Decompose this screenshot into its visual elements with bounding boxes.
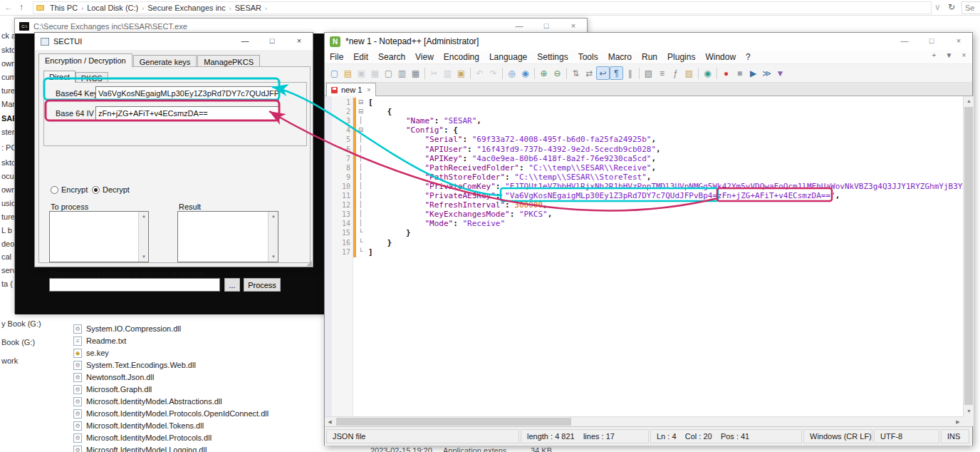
save-all-icon[interactable]: ▦ [368, 66, 382, 80]
console-titlebar[interactable]: C:\ C:\Secure Exchanges inc\SESAR\SECT.e… [15, 19, 587, 34]
textarea-scrollbar[interactable]: ▲ ▼ [138, 212, 148, 262]
npp-close-button[interactable]: × [945, 33, 972, 48]
sidebar-item[interactable]: work [1, 356, 18, 368]
save-file-icon[interactable]: ▣ [355, 66, 368, 80]
sidebar-item[interactable]: ta ( [1, 279, 13, 291]
scroll-down-icon[interactable]: ▼ [269, 252, 278, 262]
plus-icon[interactable]: + [929, 51, 939, 59]
file-row[interactable]: ⚙Microsoft.IdentityModel.Protocols.dll [68, 432, 324, 444]
file-row[interactable]: ⚙Microsoft.IdentityModel.Protocols.OpenI… [68, 408, 324, 420]
breadcrumb-item[interactable]: Local Disk (C:) [85, 4, 140, 12]
document-map-icon[interactable]: ▧ [642, 66, 655, 80]
menu-help[interactable]: ? [741, 51, 756, 63]
menu-settings[interactable]: Settings [532, 51, 573, 63]
fold-collapse-icon[interactable]: ⊟ [356, 98, 365, 106]
sidebar-item[interactable]: cal [1, 252, 11, 264]
file-row[interactable]: ≡Readme.txt [68, 335, 324, 347]
word-wrap-icon[interactable]: ↩ [596, 66, 610, 80]
sidebar-item[interactable]: L b [1, 226, 12, 237]
textarea-scrollbar[interactable]: ▲ ▼ [268, 212, 278, 262]
file-row[interactable]: ⚙System.Text.Encodings.Web.dll [68, 359, 324, 371]
file-row[interactable]: ⚙System.IO.Compression.dll [68, 323, 324, 335]
editor[interactable]: 1⊟[2⊟ {3│ "Name": "SESAR",4⊟ "Config": {… [325, 96, 963, 416]
result-textarea[interactable]: ▲ ▼ [177, 211, 278, 262]
console-maximize-button[interactable]: □ [533, 19, 560, 34]
path-input[interactable] [49, 278, 220, 292]
status-eol-format[interactable]: Windows (CR LF) [810, 432, 872, 441]
breadcrumb-item[interactable]: This PC [48, 4, 80, 12]
dialog-maximize-button[interactable]: □ [259, 33, 286, 50]
breadcrumb-item[interactable]: SESAR [233, 4, 264, 12]
macro-play-icon[interactable]: ▶ [746, 66, 760, 80]
fold-collapse-icon[interactable]: ⊟ [356, 108, 365, 115]
dropdown-icon[interactable]: ▼ [944, 51, 954, 59]
chevron-down-icon[interactable]: ∨ [934, 2, 941, 12]
zoom-out-icon[interactable]: ⊖ [551, 66, 564, 80]
document-list-icon[interactable]: ≡ [655, 66, 669, 80]
sync-vertical-icon[interactable]: ⇅ [569, 66, 583, 80]
status-encoding[interactable]: UTF-8 [880, 432, 902, 441]
resize-grip[interactable]: ◢ [306, 259, 312, 267]
base64-iv-input[interactable]: zFn+jZG+AFiT+v4ECsmzDA== [95, 106, 279, 120]
sync-horizontal-icon[interactable]: ⇄ [583, 66, 596, 80]
tab-close-icon[interactable]: × [367, 86, 370, 93]
cut-icon[interactable]: ✂ [427, 66, 441, 80]
close-file-icon[interactable]: ▢ [382, 66, 395, 80]
console-minimize-button[interactable]: — [506, 19, 533, 34]
dialog-tab[interactable]: ManagePKCS [197, 55, 260, 67]
scroll-down-icon[interactable]: ▼ [139, 252, 149, 262]
menu-search[interactable]: Search [373, 51, 410, 63]
dialog-close-button[interactable]: × [286, 33, 313, 50]
menu-run[interactable]: Run [637, 51, 662, 63]
menu-window[interactable]: Window [700, 51, 741, 63]
base64-key-input[interactable]: Va6VgKosNEgaigMLp30Ey1Z3pRd7DY7c7QUdJFPv… [95, 86, 279, 101]
scroll-up-icon[interactable]: ▲ [139, 212, 149, 221]
copy-icon[interactable]: ▥ [441, 66, 454, 80]
file-row[interactable]: ⚙Microsoft.IdentityModel.Abstractions.dl… [68, 396, 324, 408]
file-row[interactable]: ⚙Newtonsoft.Json.dll [68, 371, 324, 384]
horizontal-scrollbar[interactable]: ◀ ▶ [325, 416, 963, 426]
up-icon[interactable]: ↑ [19, 2, 24, 12]
sidebar-item[interactable]: Mar [1, 100, 15, 111]
macro-stop-icon[interactable]: ■ [733, 66, 746, 80]
macro-record-icon[interactable]: ● [719, 66, 733, 80]
encrypt-radio[interactable]: Encrypt [51, 185, 88, 194]
open-file-icon[interactable]: ▤ [341, 66, 355, 80]
refresh-icon[interactable]: ↻ [948, 2, 955, 12]
file-row[interactable]: ⚙Microsoft.IdentityModel.Tokens.dll [68, 420, 324, 432]
menu-edit[interactable]: Edit [348, 51, 373, 63]
menu-view[interactable]: View [410, 51, 439, 63]
tab-new-1[interactable]: new 1 × [326, 83, 376, 96]
menu-file[interactable]: File [325, 51, 348, 63]
console-close-button[interactable]: × [560, 19, 587, 34]
sidebar-item[interactable]: ster [1, 128, 14, 139]
menu-macro[interactable]: Macro [603, 51, 637, 63]
status-insert-mode[interactable]: INS [947, 432, 960, 441]
menu-plugins[interactable]: Plugins [662, 51, 700, 63]
horizontal-scroll-thumb[interactable] [336, 418, 571, 426]
close-all-icon[interactable]: ▥ [395, 66, 409, 80]
fold-collapse-icon[interactable]: ⊟ [356, 126, 365, 133]
npp-minimize-button[interactable]: — [891, 33, 918, 48]
macro-save-icon[interactable]: ▼ [773, 66, 787, 80]
function-list-icon[interactable]: ƒ [669, 66, 682, 80]
menu-tools[interactable]: Tools [573, 51, 603, 63]
sidebar-item[interactable]: Book (G:) [1, 338, 35, 349]
scroll-up-icon[interactable]: ▲ [269, 212, 278, 221]
replace-icon[interactable]: ◉ [518, 66, 532, 80]
sidebar-item[interactable]: y Book (G:) [1, 319, 41, 331]
to-process-textarea[interactable]: ▲ ▼ [49, 211, 149, 262]
new-file-icon[interactable]: ▢ [328, 66, 341, 80]
macro-run-multiple-icon[interactable]: ≫ [760, 66, 773, 80]
dialog-tab[interactable]: Encryption / Decryption [38, 53, 132, 67]
scroll-down-icon[interactable]: ▼ [964, 406, 974, 416]
sidebar-item[interactable]: ture [1, 212, 15, 224]
back-icon[interactable]: ← [4, 2, 13, 12]
dialog-subtab[interactable]: Direct [43, 71, 75, 83]
dialog-subtab[interactable]: PKCS [75, 72, 108, 83]
find-icon[interactable]: ◎ [505, 66, 518, 80]
npp-maximize-button[interactable]: □ [918, 33, 945, 48]
paste-icon[interactable]: ▣ [454, 66, 468, 80]
notepadpp-titlebar[interactable]: N *new 1 - Notepad++ [Administrator] — □… [325, 33, 972, 50]
folder-as-workspace-icon[interactable]: ▨ [682, 66, 696, 80]
